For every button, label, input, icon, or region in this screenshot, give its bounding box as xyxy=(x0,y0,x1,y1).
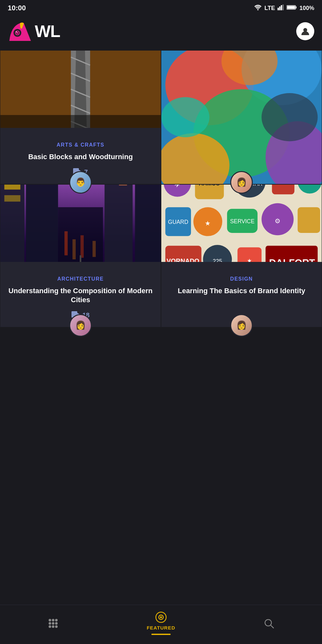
battery-percent: 100% xyxy=(299,5,314,12)
svg-marker-17 xyxy=(74,51,87,128)
card-category-woodturning: ARTS & CRAFTS xyxy=(7,142,154,148)
svg-rect-2 xyxy=(279,6,280,10)
logo-icon xyxy=(8,20,33,43)
profile-button[interactable] xyxy=(296,22,314,40)
svg-point-110 xyxy=(52,622,54,625)
svg-rect-46 xyxy=(4,195,20,201)
svg-text:⬡: ⬡ xyxy=(280,185,286,185)
nav-item-grid[interactable] xyxy=(40,618,66,629)
card-title-architecture: Understanding the Composition of Modern … xyxy=(7,286,154,305)
svg-line-25 xyxy=(71,121,90,128)
svg-line-119 xyxy=(271,625,274,628)
thumbnail-painting xyxy=(161,51,322,128)
svg-rect-52 xyxy=(119,185,127,186)
card-title-brandidentity: Learning The Basics of Brand Identity xyxy=(168,286,315,296)
course-grid: 👨 ARTS & CRAFTS Basic Blocks and Woodtur… xyxy=(0,50,322,327)
svg-text:✈: ✈ xyxy=(175,185,180,188)
svg-point-13 xyxy=(16,32,17,33)
svg-rect-3 xyxy=(281,5,282,10)
thumbnail-woodturning xyxy=(0,51,161,128)
svg-point-106 xyxy=(49,619,51,621)
card-title-woodturning: Basic Blocks and Woodturning xyxy=(7,152,154,162)
svg-rect-50 xyxy=(105,185,133,262)
svg-rect-59 xyxy=(92,241,96,257)
svg-point-114 xyxy=(55,625,58,628)
svg-text:AAMCO: AAMCO xyxy=(199,185,220,187)
card-body-brandidentity: DESIGN Learning The Basics of Brand Iden… xyxy=(161,262,322,310)
svg-text:★: ★ xyxy=(205,220,211,227)
status-bar: 10:00 LTE 100% xyxy=(0,0,322,15)
svg-rect-53 xyxy=(135,185,161,262)
avatar-painting: 👩 xyxy=(230,171,253,194)
svg-text:VORNADO: VORNADO xyxy=(166,257,199,262)
svg-text:225: 225 xyxy=(213,258,222,262)
status-icons: LTE 100% xyxy=(254,5,314,12)
svg-point-109 xyxy=(49,622,51,625)
card-category-architecture: ARCHITECTURE xyxy=(7,276,154,282)
logo: WL xyxy=(8,20,60,43)
svg-point-40 xyxy=(261,93,317,141)
nav-item-search[interactable] xyxy=(256,618,282,629)
course-card-brandidentity[interactable]: R ★ CAT ★★ 66 ✈ AAMCO ALL STAR xyxy=(161,184,322,327)
signal-icon xyxy=(278,5,284,12)
svg-text:⚙: ⚙ xyxy=(275,217,280,225)
svg-rect-80 xyxy=(272,185,295,194)
svg-point-107 xyxy=(52,619,54,621)
svg-rect-56 xyxy=(64,231,68,255)
svg-point-113 xyxy=(52,625,54,628)
svg-rect-1 xyxy=(278,8,279,10)
avatar-brandidentity: 👩 xyxy=(230,314,253,337)
card-category-brandidentity: DESIGN xyxy=(168,276,315,282)
svg-text:DALFORT: DALFORT xyxy=(269,257,315,262)
svg-rect-47 xyxy=(26,185,58,262)
thumbnail-architecture xyxy=(0,185,161,262)
battery-icon xyxy=(287,5,297,12)
course-card-architecture[interactable]: 👩 ARCHITECTURE Understanding the Composi… xyxy=(0,184,161,327)
svg-rect-4 xyxy=(282,5,284,10)
lte-label: LTE xyxy=(264,5,275,12)
main-content: 👨 ARTS & CRAFTS Basic Blocks and Woodtur… xyxy=(0,50,322,360)
svg-point-108 xyxy=(55,619,58,621)
course-card-woodturning[interactable]: 👨 ARTS & CRAFTS Basic Blocks and Woodtur… xyxy=(0,50,161,184)
svg-rect-45 xyxy=(4,185,20,189)
thumbnail-badges: R ★ CAT ★★ 66 ✈ AAMCO ALL STAR xyxy=(161,185,322,262)
bottom-nav: FEATURED xyxy=(0,605,322,644)
svg-rect-58 xyxy=(80,235,84,258)
svg-point-118 xyxy=(265,620,271,626)
logo-text: WL xyxy=(35,23,60,40)
avatar-architecture: 👩 xyxy=(69,314,92,337)
svg-text:★: ★ xyxy=(247,257,252,262)
svg-rect-91 xyxy=(298,207,320,233)
svg-point-39 xyxy=(161,97,209,138)
svg-point-111 xyxy=(55,622,58,625)
app-header: WL xyxy=(0,15,322,50)
avatar-woodturning: 👨 xyxy=(69,171,92,194)
svg-text:SERVICE: SERVICE xyxy=(230,218,254,225)
svg-point-112 xyxy=(49,625,51,628)
status-time: 10:00 xyxy=(8,4,26,12)
nav-label-featured: FEATURED xyxy=(147,625,175,630)
course-card-painting[interactable]: 👩 PAINTING An Introduction To Oil Painti… xyxy=(161,50,322,184)
nav-item-featured[interactable]: FEATURED xyxy=(147,611,175,635)
svg-point-0 xyxy=(257,9,259,10)
svg-rect-7 xyxy=(287,6,295,9)
wifi-icon xyxy=(254,5,262,12)
svg-point-117 xyxy=(160,616,162,618)
svg-rect-6 xyxy=(296,6,297,8)
svg-rect-57 xyxy=(72,239,76,259)
svg-text:GUARD: GUARD xyxy=(168,219,188,225)
nav-indicator-featured xyxy=(151,634,171,635)
